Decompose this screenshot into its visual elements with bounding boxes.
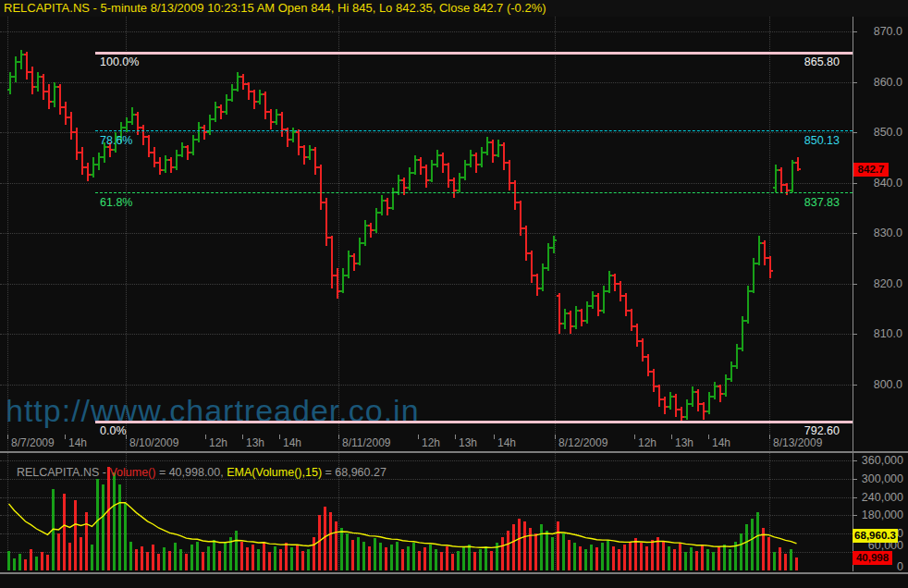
y-axis-label: 840.0: [856, 177, 902, 190]
y-axis-tick: [853, 233, 857, 234]
x-axis-label: 12h: [209, 436, 227, 449]
volume-axis-tick: [853, 533, 857, 534]
volume-axis-label: 60,000: [856, 539, 903, 552]
plot-right-border: [853, 17, 853, 451]
x-axis-tick: [494, 435, 495, 439]
y-axis-label: 850.0: [856, 126, 902, 139]
x-axis-label: 12h: [638, 436, 656, 449]
volume-axis-label: 120,000: [856, 527, 903, 540]
volume-axis-label: 240,000: [856, 491, 903, 504]
volume-header-indicator: Volume(): [109, 466, 155, 479]
x-axis-label: 14h: [497, 436, 516, 449]
volume-header-value: = 40,998.00,: [155, 466, 227, 479]
x-axis-tick: [205, 435, 206, 439]
x-axis-label: 8/11/2009: [342, 436, 391, 449]
y-axis-label: 860.0: [856, 76, 902, 89]
volume-panel-header: RELCAPITA.NS - Volume() = 40,998.00, EMA…: [4, 453, 387, 492]
y-axis-tick: [853, 284, 857, 285]
x-axis-tick: [418, 435, 419, 439]
y-axis-tick: [853, 31, 857, 32]
y-axis-label: 820.0: [856, 277, 902, 290]
volume-axis-zero-label: 0: [856, 560, 903, 573]
x-axis-tick: [671, 435, 672, 439]
x-axis-label: 14h: [68, 436, 87, 449]
x-axis-tick: [708, 435, 709, 439]
y-axis-label: 830.0: [856, 227, 902, 239]
x-axis-label: 8/13/2009: [773, 436, 822, 449]
volume-header-ema: EMA(Volume(),15): [227, 466, 322, 479]
y-axis-label: 800.0: [856, 378, 902, 391]
x-axis-label: 8/10/2009: [129, 436, 178, 449]
x-axis-tick: [279, 435, 280, 439]
x-axis-tick: [769, 435, 770, 439]
volume-axis-label: 180,000: [856, 508, 903, 521]
x-axis-tick: [634, 435, 635, 439]
volume-axis-label: 300,000: [856, 472, 903, 485]
volume-ema-badge: 68,960.3: [853, 529, 898, 543]
x-axis-tick: [65, 435, 66, 439]
y-axis-label: 870.0: [856, 25, 902, 38]
x-axis-label: 13h: [459, 436, 477, 449]
x-axis-label: 8/7/2009: [11, 436, 55, 449]
quote-title-bar: RELCAPITA.NS - 5-minute 8/13/2009 10:23:…: [0, 0, 908, 17]
y-axis-tick: [853, 385, 857, 386]
volume-header-ema-value: = 68,960.27: [322, 466, 387, 479]
x-axis-label: 8/12/2009: [558, 436, 607, 449]
x-axis-tick: [242, 435, 243, 439]
volume-axis-tick: [853, 479, 857, 480]
y-axis-tick: [853, 132, 857, 133]
volume-axis-tick: [853, 460, 857, 461]
y-axis-tick: [853, 82, 857, 83]
y-axis-label: 810.0: [856, 327, 902, 340]
x-axis-tick: [7, 435, 8, 439]
volume-last-badge: 40,998: [853, 551, 892, 565]
x-axis-tick: [338, 435, 339, 439]
volume-axis-label: 360,000: [856, 454, 903, 467]
quote-title-text: RELCAPITA.NS - 5-minute 8/13/2009 10:23:…: [4, 1, 546, 15]
volume-axis-tick: [853, 515, 857, 516]
plot-right-border: [853, 453, 853, 571]
last-price-badge: 842.7: [853, 163, 889, 177]
x-axis-tick: [126, 435, 127, 439]
x-axis-tick: [455, 435, 456, 439]
x-axis-label: 14h: [283, 436, 301, 449]
price-chart-plot-area[interactable]: [0, 17, 853, 435]
y-axis-tick: [853, 334, 857, 335]
x-axis-label: 12h: [422, 436, 440, 449]
watermark-url: http://www.chartreader.co.in: [6, 393, 420, 429]
stochastic-panel-header: RELCAPITA.NS - Stochastic %D(15,3,3) = 9…: [4, 574, 420, 588]
chart-application-window: RELCAPITA.NS - 5-minute 8/13/2009 10:23:…: [0, 0, 908, 588]
x-axis-label: 13h: [246, 436, 264, 449]
x-axis-tick: [555, 435, 556, 439]
volume-axis-tick: [853, 552, 857, 553]
volume-axis-tick: [853, 497, 857, 498]
x-axis-label: 13h: [675, 436, 693, 449]
volume-header-symbol: RELCAPITA.NS -: [17, 466, 109, 479]
x-axis-label: 14h: [712, 436, 730, 449]
y-axis-tick: [853, 183, 857, 184]
